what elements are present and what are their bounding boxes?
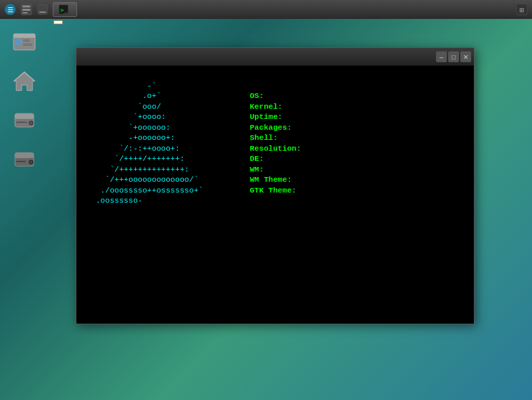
- svg-text:☰: ☰: [7, 6, 14, 14]
- svg-rect-26: [16, 161, 26, 162]
- app-menu-icon[interactable]: ☰: [3, 2, 18, 17]
- tray-icon[interactable]: ⊞: [514, 2, 529, 17]
- window-list-icon[interactable]: [19, 2, 34, 17]
- terminal-icon: >_: [59, 5, 68, 14]
- filesystem-icon: [11, 28, 38, 55]
- system-tray: ⊞: [514, 0, 529, 19]
- svg-rect-7: [39, 11, 46, 13]
- svg-rect-13: [14, 34, 35, 38]
- terminal-window: – □ ✕ -` .o+` OS: `ooo/ Kernel: `+oooo: …: [76, 47, 475, 324]
- svg-rect-15: [23, 39, 30, 42]
- svg-rect-14: [15, 39, 22, 45]
- taskbar: ☰ >_: [0, 0, 532, 19]
- terminal-body[interactable]: -` .o+` OS: `ooo/ Kernel: `+oooo: Uptime…: [76, 66, 474, 324]
- ascii-art-block: -` .o+` OS: `ooo/ Kernel: `+oooo: Uptime…: [82, 81, 306, 205]
- svg-point-21: [29, 121, 33, 125]
- svg-rect-20: [15, 114, 34, 119]
- svg-rect-5: [22, 12, 28, 14]
- terminal-titlebar: – □ ✕: [76, 48, 474, 66]
- maximize-button[interactable]: □: [448, 51, 459, 62]
- drive-icon: [11, 107, 38, 134]
- taskbar-window-button[interactable]: >_: [53, 2, 77, 17]
- svg-rect-3: [22, 5, 30, 7]
- home-icon: [11, 68, 38, 95]
- taskbar-icons: ☰: [0, 2, 53, 17]
- sidebar-item-filesystem[interactable]: [4, 26, 45, 59]
- svg-rect-4: [22, 9, 30, 11]
- boot-icon: [11, 146, 38, 173]
- svg-text:⊞: ⊞: [519, 7, 525, 14]
- minimize-button[interactable]: –: [436, 51, 447, 62]
- svg-point-25: [29, 160, 33, 164]
- svg-text:>_: >_: [60, 7, 68, 14]
- sidebar: [0, 19, 49, 400]
- close-button[interactable]: ✕: [460, 51, 471, 62]
- minimize-all-icon[interactable]: [35, 2, 50, 17]
- svg-rect-16: [23, 43, 32, 46]
- svg-rect-24: [15, 153, 34, 158]
- sidebar-item-home[interactable]: [4, 65, 45, 99]
- svg-rect-22: [16, 122, 27, 123]
- svg-marker-17: [14, 72, 35, 91]
- sidebar-item-boot[interactable]: [4, 143, 45, 177]
- terminal-titlebar-buttons: – □ ✕: [436, 51, 471, 62]
- sidebar-item-filesystem2[interactable]: [4, 104, 45, 138]
- window-tooltip: [53, 20, 63, 24]
